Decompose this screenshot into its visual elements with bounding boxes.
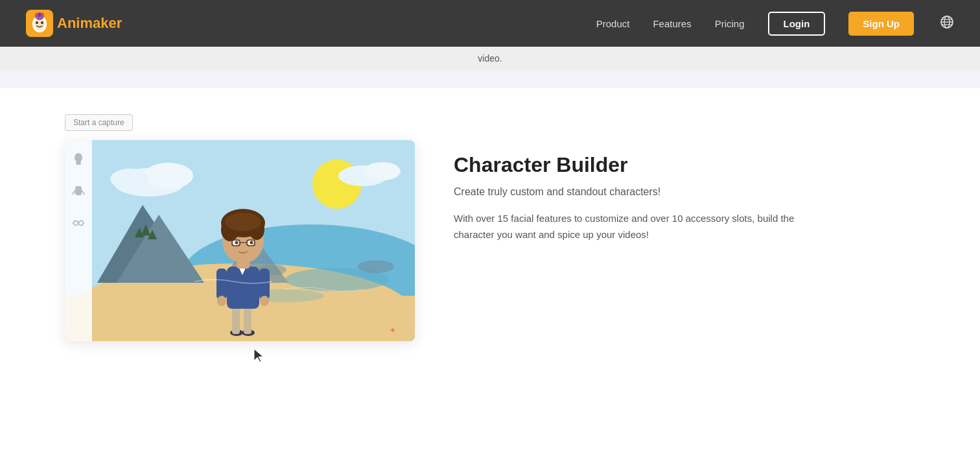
animaker-logo-icon xyxy=(26,10,53,37)
svg-point-60 xyxy=(225,213,261,231)
feature-tagline: Create truly custom and standout charact… xyxy=(454,186,830,198)
top-banner: video. xyxy=(0,47,980,70)
svg-line-18 xyxy=(82,191,84,194)
svg-point-19 xyxy=(74,221,78,226)
svg-point-53 xyxy=(217,296,226,306)
svg-point-14 xyxy=(75,153,82,162)
brand-name: Animaker xyxy=(57,15,122,32)
svg-point-20 xyxy=(79,221,84,226)
main-content: Start a capture xyxy=(0,88,980,451)
signup-button[interactable]: Sign Up xyxy=(848,12,914,36)
svg-line-17 xyxy=(73,191,75,194)
login-button[interactable]: Login xyxy=(768,12,826,36)
svg-point-28 xyxy=(110,169,149,189)
svg-rect-16 xyxy=(75,186,82,195)
language-button[interactable] xyxy=(940,15,954,32)
svg-point-6 xyxy=(38,13,41,17)
feature-description: With over 15 facial features to customiz… xyxy=(454,211,830,243)
right-panel: Character Builder Create truly custom an… xyxy=(454,114,830,243)
mouse-cursor xyxy=(253,348,266,367)
svg-point-63 xyxy=(235,241,239,245)
brand-logo[interactable]: Animaker xyxy=(26,10,122,37)
svg-rect-52 xyxy=(259,269,270,300)
svg-point-30 xyxy=(364,162,401,180)
banner-text: video. xyxy=(478,53,502,64)
nav-pricing[interactable]: Pricing xyxy=(715,18,745,29)
svg-rect-48 xyxy=(244,305,251,334)
head-icon[interactable] xyxy=(71,152,86,169)
svg-point-4 xyxy=(41,21,43,24)
svg-rect-51 xyxy=(216,269,227,300)
svg-point-8 xyxy=(41,13,44,16)
body-icon[interactable] xyxy=(71,184,86,201)
svg-point-7 xyxy=(35,13,38,16)
globe-icon xyxy=(940,15,954,29)
svg-point-43 xyxy=(358,260,394,273)
nav-features[interactable]: Features xyxy=(653,18,691,29)
svg-point-3 xyxy=(36,21,38,24)
left-panel: Start a capture xyxy=(65,114,415,341)
navbar: Animaker Product Features Pricing Login … xyxy=(0,0,980,47)
svg-rect-15 xyxy=(76,162,81,165)
hero-section xyxy=(0,70,980,88)
nav-product[interactable]: Product xyxy=(596,18,630,29)
character-illustration: ✦ xyxy=(65,140,415,341)
beach-scene-svg: ✦ xyxy=(65,140,415,341)
navbar-links: Product Features Pricing Login Sign Up xyxy=(596,12,954,36)
svg-point-64 xyxy=(250,241,253,245)
character-editor-sidebar xyxy=(65,140,92,341)
svg-point-54 xyxy=(260,296,269,306)
svg-text:✦: ✦ xyxy=(389,325,397,335)
svg-point-27 xyxy=(144,163,193,189)
accessories-icon[interactable] xyxy=(71,215,86,233)
feature-title: Character Builder xyxy=(454,153,830,177)
capture-button[interactable]: Start a capture xyxy=(65,114,133,131)
svg-rect-47 xyxy=(232,305,240,334)
